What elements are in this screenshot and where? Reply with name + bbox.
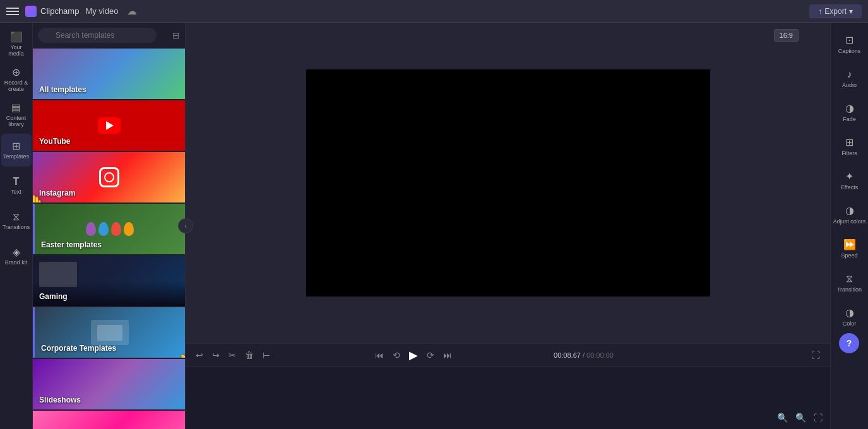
templates-search-bar: 🔍 ⊟: [33, 23, 185, 49]
right-item-fade[interactable]: ◑ Fade: [833, 96, 866, 129]
zoom-in-button[interactable]: 🔍: [793, 411, 809, 424]
skip-back-button[interactable]: ⏮: [372, 349, 386, 361]
color-label: Color: [843, 320, 857, 327]
right-item-effects[interactable]: ✦ Effects: [833, 164, 866, 197]
transitions-label: Transitions: [3, 225, 30, 231]
sidebar-item-content-library[interactable]: ▤ Content library: [1, 98, 32, 131]
right-item-color[interactable]: ◑ Color: [833, 300, 866, 333]
sidebar-item-transitions[interactable]: ⧖ Transitions: [1, 204, 32, 237]
template-item-birthday[interactable]: Birthday: [33, 411, 185, 429]
brand-kit-label: Brand kit: [5, 260, 28, 266]
content-library-label: Content library: [3, 115, 30, 128]
effects-label: Effects: [841, 184, 858, 191]
time-separator: /: [583, 351, 585, 359]
cloud-icon: ☁: [127, 5, 137, 17]
center-area: 16:9 ↩ ↪ ✂ 🗑 ⊢ ⏮ ⟲ ▶ ⟳ ⏭ 00:08.67 / 00:0…: [186, 23, 830, 429]
transition-icon: ⧖: [846, 273, 853, 285]
skip-forward-button[interactable]: ⏭: [441, 349, 455, 361]
timeline[interactable]: 🔍 🔍 ⛶: [186, 366, 830, 429]
right-item-captions[interactable]: ⊡ Captions: [833, 28, 866, 61]
help-button[interactable]: ?: [839, 333, 859, 353]
templates-list: All templates YouTube Inst: [33, 49, 185, 429]
video-title[interactable]: My video: [85, 6, 118, 16]
template-item-slideshows[interactable]: Slideshows: [33, 359, 185, 409]
time-current: 00:08.67: [554, 351, 581, 359]
filter-button[interactable]: ⊟: [172, 30, 180, 40]
template-label-easter: Easter templates: [41, 240, 102, 249]
export-chevron: ▾: [849, 7, 853, 16]
brand-kit-icon: ◈: [13, 246, 20, 258]
zoom-out-button[interactable]: 🔍: [775, 411, 790, 424]
fit-view-button[interactable]: ⛶: [811, 411, 825, 424]
template-item-corporate[interactable]: Corporate Templates 🤚 2: [33, 307, 185, 358]
transitions-icon: ⧖: [13, 211, 20, 223]
text-icon: T: [13, 176, 20, 187]
main-area: ⬛ Your media ⊕ Record & create ▤ Content…: [0, 23, 868, 429]
right-item-filters[interactable]: ⊞ Filters: [833, 130, 866, 163]
captions-label: Captions: [838, 48, 861, 54]
easter-egg-2: [98, 222, 109, 236]
right-panel: ⊡ Captions ♪ Audio ◑ Fade ⊞ Filters ✦ Ef…: [830, 23, 868, 429]
sidebar-item-text[interactable]: T Text: [1, 169, 32, 202]
sidebar-item-brand-kit[interactable]: ◈ Brand kit: [1, 240, 32, 273]
sidebar-item-your-media[interactable]: ⬛ Your media: [1, 28, 32, 61]
template-item-youtube[interactable]: YouTube: [33, 100, 185, 151]
filters-label: Filters: [841, 150, 857, 156]
sidebar-item-record-create[interactable]: ⊕ Record & create: [1, 63, 32, 96]
cut-button[interactable]: ✂: [226, 349, 239, 361]
your-media-label: Your media: [3, 45, 30, 57]
audio-icon: ♪: [847, 69, 852, 80]
undo-button[interactable]: ↩: [193, 349, 206, 361]
left-nav: ⬛ Your media ⊕ Record & create ▤ Content…: [0, 23, 33, 429]
video-preview: 16:9: [186, 23, 830, 343]
split-button[interactable]: ⊢: [260, 349, 273, 361]
play-button[interactable]: ▶: [407, 347, 420, 363]
adjust-colors-icon: ◑: [845, 204, 854, 216]
panel-collapse-button[interactable]: ‹: [178, 218, 193, 233]
effects-icon: ✦: [845, 170, 853, 182]
your-media-icon: ⬛: [10, 31, 23, 43]
instagram-icon: [99, 167, 119, 187]
fullscreen-button[interactable]: ⛶: [809, 349, 823, 361]
right-item-transition[interactable]: ⧖ Transition: [833, 266, 866, 299]
forward-button[interactable]: ⟳: [424, 349, 437, 361]
right-item-speed[interactable]: ⏩ Speed: [833, 232, 866, 265]
template-label-instagram: Instagram: [39, 189, 75, 197]
time-total: 00:00:00: [586, 351, 614, 359]
right-item-audio[interactable]: ♪ Audio: [833, 62, 866, 95]
template-item-instagram[interactable]: Instagram 🤚 1: [33, 152, 185, 203]
aspect-ratio-badge[interactable]: 16:9: [774, 29, 799, 42]
sidebar-item-templates[interactable]: ⊞ Templates: [1, 134, 32, 167]
template-item-gaming[interactable]: Gaming: [33, 256, 185, 306]
fade-icon: ◑: [845, 102, 854, 114]
playback-controls: ↩ ↪ ✂ 🗑 ⊢ ⏮ ⟲ ▶ ⟳ ⏭ 00:08.67 / 00:00:00 …: [186, 343, 830, 366]
export-label: Export: [824, 7, 847, 16]
youtube-play-icon: [98, 117, 121, 134]
template-item-all-templates[interactable]: All templates: [33, 49, 185, 99]
templates-label: Templates: [3, 154, 29, 160]
record-create-label: Record & create: [3, 80, 30, 93]
template-label-youtube: YouTube: [39, 137, 71, 146]
fade-label: Fade: [843, 116, 856, 122]
delete-button[interactable]: 🗑: [242, 349, 256, 361]
rewind-button[interactable]: ⟲: [390, 349, 403, 361]
search-input[interactable]: [38, 28, 157, 43]
template-item-easter[interactable]: Easter templates: [33, 204, 185, 254]
speed-icon: ⏩: [843, 238, 856, 250]
logo-icon: [25, 6, 37, 17]
audio-label: Audio: [842, 82, 857, 88]
right-item-adjust-colors[interactable]: ◑ Adjust colors: [833, 198, 866, 231]
text-label: Text: [11, 189, 21, 196]
app-logo: Clipchamp: [25, 6, 79, 17]
easter-egg-3: [111, 222, 121, 236]
help-label: ?: [847, 338, 852, 348]
redo-button[interactable]: ↪: [210, 349, 222, 361]
color-icon: ◑: [845, 307, 854, 319]
template-label-corporate: Corporate Templates: [41, 344, 116, 353]
templates-icon: ⊞: [12, 140, 20, 152]
hamburger-menu[interactable]: [6, 5, 19, 18]
content-library-icon: ▤: [11, 102, 21, 114]
filters-icon: ⊞: [845, 136, 853, 148]
export-button[interactable]: ↑ Export ▾: [809, 4, 862, 18]
easter-egg-4: [124, 222, 134, 236]
